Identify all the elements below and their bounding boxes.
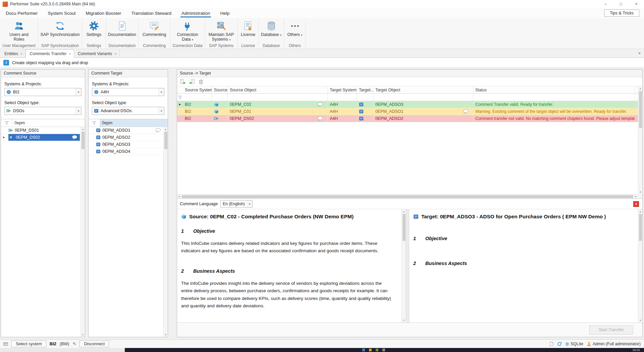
scrollbar-vertical[interactable]: ▲ ▼ (80, 127, 85, 337)
source-document-pane[interactable]: Source: 0EPM_C02 - Completed Purchase Or… (177, 209, 406, 322)
tab-close-icon[interactable]: × (114, 52, 116, 56)
taskbar-app-icon[interactable] (376, 349, 378, 351)
tree-item-0epm-adso1[interactable]: 0EPM_ADSO1 (89, 127, 163, 134)
others-button[interactable]: Others ▾ (285, 20, 305, 37)
close-button[interactable]: × (629, 0, 644, 8)
filter-funnel-icon[interactable] (1, 119, 12, 127)
scroll-up-icon[interactable]: ▲ (638, 86, 642, 91)
connection-data-button[interactable]: Connection Data ▾ (173, 20, 202, 42)
tree-filter-row[interactable]: 0epm (1, 119, 85, 127)
combo-arrow-icon[interactable]: ▾ (158, 88, 164, 96)
column-header[interactable]: Source Object (228, 86, 328, 93)
scrollbar-vertical[interactable]: ▲ ▼ (401, 209, 406, 322)
users-and-roles-button[interactable]: Users and Roles (7, 20, 32, 42)
filter-funnel-icon[interactable] (177, 94, 183, 101)
tab-entities[interactable]: Entities × (1, 49, 25, 58)
license-button[interactable]: License (239, 20, 257, 37)
transfer-in-icon[interactable] (189, 79, 195, 85)
close-preview-button[interactable]: × (633, 201, 639, 207)
target-system-combo[interactable]: A4H ▾ (92, 88, 164, 96)
column-header[interactable]: Status (473, 86, 635, 93)
scroll-down-icon[interactable]: ▼ (81, 333, 85, 337)
table-row-warning[interactable]: BI2 0EPM_C01 A4H 0EPM_ADSO1 Warning. Exi… (177, 108, 638, 115)
scroll-thumb[interactable] (182, 195, 633, 198)
tips-tricks-button[interactable]: Tips & Tricks (604, 9, 639, 17)
scroll-thumb[interactable] (164, 132, 167, 149)
menu-help[interactable]: Help (215, 8, 234, 18)
scroll-down-icon[interactable]: ▼ (164, 333, 168, 337)
column-header[interactable]: Source... (212, 86, 228, 93)
close-all-tabs-icon[interactable]: × (638, 51, 641, 56)
tab-close-icon[interactable]: × (69, 52, 71, 56)
tab-close-icon[interactable]: × (20, 52, 22, 56)
scroll-left-icon[interactable]: ◄ (177, 194, 181, 199)
menu-administration[interactable]: Administration (176, 8, 215, 18)
taskbar-app-icon[interactable] (362, 349, 365, 351)
pane-splitter[interactable] (406, 209, 409, 322)
commenting-button[interactable]: Commenting (141, 20, 168, 37)
menu-docu-performer[interactable]: Docu Performer (1, 8, 43, 18)
log-page-icon[interactable] (549, 342, 554, 346)
table-row-valid[interactable]: ▶ BI2 0EPM_C02 A4H 0EPM_ADSO3 Comment Tr… (177, 101, 638, 108)
taskbar-app-icon[interactable] (369, 349, 372, 351)
sap-synchronization-button[interactable]: SAP Synchronization (38, 20, 82, 37)
scroll-thumb[interactable] (82, 132, 85, 149)
tree-item-0epm-ds01[interactable]: 0EPM_DS01 (1, 127, 80, 134)
table-row-invalid[interactable]: BI2 0EPM_DS02 A4H 0EPM_ADSO2 Comment tra… (177, 115, 638, 122)
table-filter-row[interactable] (177, 94, 638, 101)
menu-translation-steward[interactable]: Translation Steward (126, 8, 176, 18)
column-header[interactable]: Target System (328, 86, 357, 93)
scroll-up-icon[interactable]: ▲ (638, 209, 642, 214)
scrollbar-vertical[interactable]: ▲ ▼ (638, 209, 642, 322)
scroll-up-icon[interactable]: ▲ (164, 127, 168, 131)
source-object-type-combo[interactable]: DSOs ▾ (4, 107, 82, 115)
select-system-button[interactable]: Select system (11, 341, 46, 347)
scrollbar-vertical[interactable]: ▲ ▼ (163, 127, 168, 337)
tab-comment-variants[interactable]: Comment Variants × (74, 49, 120, 58)
settings-button[interactable]: Settings (84, 20, 103, 37)
scroll-down-icon[interactable]: ▼ (402, 318, 406, 322)
scroll-thumb[interactable] (639, 214, 642, 241)
filter-funnel-icon[interactable] (89, 119, 100, 127)
source-system-combo[interactable]: BI2 ▾ (4, 88, 82, 96)
column-header[interactable]: Source System (183, 86, 212, 93)
expand-arrow-icon[interactable]: ▶ (3, 136, 5, 139)
delete-mapping-icon[interactable] (198, 79, 204, 85)
database-button[interactable]: Database ▾ (259, 20, 283, 37)
scroll-down-icon[interactable]: ▼ (638, 318, 642, 322)
combo-arrow-icon[interactable]: ▾ (75, 107, 81, 115)
column-header[interactable]: Target... (357, 86, 373, 93)
disconnect-button[interactable]: Disconnect (79, 341, 109, 347)
scrollbar-vertical[interactable]: ▲ ▼ (638, 86, 642, 194)
tree-item-0epm-ds02[interactable]: ▶ 0EPM_DS02 (1, 134, 80, 141)
documentation-button[interactable]: Documentation (106, 20, 138, 37)
target-object-type-combo[interactable]: Advanced DSOs ▾ (92, 107, 164, 115)
scroll-up-icon[interactable]: ▲ (81, 127, 85, 131)
combo-arrow-icon[interactable]: ▾ (75, 88, 81, 96)
scroll-up-icon[interactable]: ▲ (402, 209, 406, 214)
scroll-down-icon[interactable]: ▼ (638, 190, 642, 194)
start-transfer-button[interactable]: Start Transfer (589, 325, 633, 335)
tree-item-0epm-adso4[interactable]: 0EPM_ADSO4 (89, 148, 163, 155)
comment-language-combo[interactable]: En (English) ▾ (220, 200, 253, 208)
scroll-right-icon[interactable]: ► (634, 194, 638, 199)
column-header[interactable]: Target Object (373, 86, 473, 93)
maximize-button[interactable]: □ (613, 0, 629, 8)
filter-text[interactable]: 0epm (100, 119, 168, 127)
tree-item-0epm-adso3[interactable]: 0EPM_ADSO3 (89, 141, 163, 148)
refresh-icon[interactable] (557, 342, 562, 346)
scroll-thumb[interactable] (402, 214, 406, 241)
target-document-pane[interactable]: Target: 0EPM_ADSO3 - ADSO for Open Purch… (409, 209, 642, 322)
tab-comments-transfer[interactable]: Comments Transfer × (25, 49, 74, 58)
minimize-button[interactable]: – (598, 0, 613, 8)
taskbar-app-icon[interactable] (382, 349, 385, 351)
expand-arrow-icon[interactable]: ▶ (179, 103, 181, 106)
scrollbar-horizontal[interactable]: ◄ ► (177, 194, 638, 199)
menu-migration-booster[interactable]: Migration Booster (81, 8, 126, 18)
menu-system-scout[interactable]: System Scout (43, 8, 80, 18)
scroll-thumb[interactable] (639, 91, 642, 128)
pencil-icon[interactable]: ✎ (73, 341, 76, 346)
tree-filter-row[interactable]: 0epm (89, 119, 168, 127)
filter-text[interactable]: 0epm (12, 119, 85, 127)
tree-item-0epm-adso2[interactable]: 0EPM_ADSO2 (89, 134, 163, 141)
